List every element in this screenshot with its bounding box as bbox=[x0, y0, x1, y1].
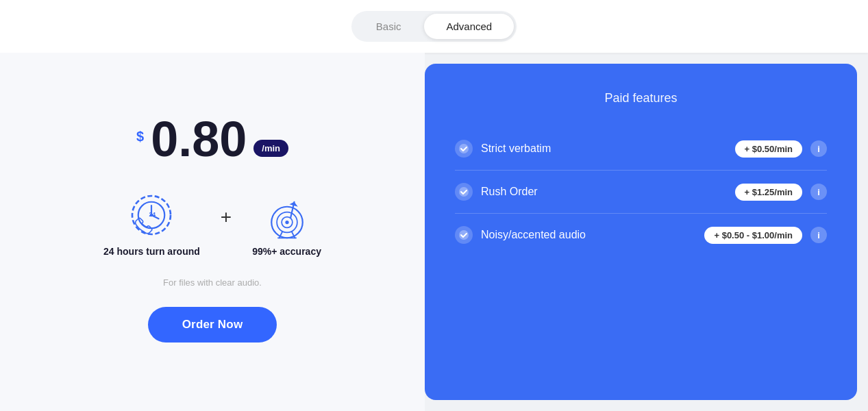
check-icon-noisy-audio bbox=[455, 226, 473, 244]
feature2-label: 99%+ accuracy bbox=[252, 246, 321, 257]
main-content: $ 0.80 /min bbox=[0, 53, 868, 411]
svg-text:24: 24 bbox=[149, 211, 156, 218]
feature-name-strict-verbatim: Strict verbatim bbox=[481, 142, 727, 155]
feature-row-noisy-audio: Noisy/accented audio + $0.50 - $1.00/min… bbox=[455, 214, 827, 256]
features-row: 24 24 hours turn around + bbox=[103, 191, 321, 257]
paid-features-title: Paid features bbox=[455, 91, 827, 105]
target-icon bbox=[263, 191, 311, 239]
tab-switcher: Basic Advanced bbox=[351, 11, 517, 42]
price-badge: /min bbox=[253, 140, 288, 157]
price-tag-noisy-audio: + $0.50 - $1.00/min bbox=[704, 227, 802, 244]
check-icon-strict-verbatim bbox=[455, 140, 473, 158]
price-number: 0.80 bbox=[151, 114, 247, 164]
left-panel: $ 0.80 /min bbox=[0, 53, 425, 411]
feature-name-rush-order: Rush Order bbox=[481, 186, 727, 198]
feature-row-rush-order: Rush Order + $1.25/min i bbox=[455, 171, 827, 214]
feature-turnaround: 24 24 hours turn around bbox=[103, 191, 200, 257]
clock-icon: 24 bbox=[127, 191, 175, 239]
feature-name-noisy-audio: Noisy/accented audio bbox=[481, 229, 696, 241]
price-dollar: $ bbox=[136, 129, 144, 145]
tab-advanced[interactable]: Advanced bbox=[424, 14, 514, 39]
price-tag-rush-order: + $1.25/min bbox=[735, 184, 802, 201]
tab-basic[interactable]: Basic bbox=[354, 14, 423, 39]
feature-row-strict-verbatim: Strict verbatim + $0.50/min i bbox=[455, 127, 827, 171]
price-block: $ 0.80 /min bbox=[136, 114, 288, 164]
feature1-label: 24 hours turn around bbox=[103, 246, 200, 257]
plus-sign: + bbox=[221, 206, 232, 228]
order-now-button[interactable]: Order Now bbox=[148, 307, 277, 342]
svg-point-9 bbox=[285, 221, 288, 224]
price-tag-strict-verbatim: + $0.50/min bbox=[735, 140, 802, 158]
info-icon-strict-verbatim[interactable]: i bbox=[810, 140, 827, 157]
right-panel: Paid features Strict verbatim + $0.50/mi… bbox=[425, 64, 857, 400]
info-icon-rush-order[interactable]: i bbox=[810, 184, 827, 200]
feature-accuracy: 99%+ accuracy bbox=[252, 191, 321, 257]
top-bar: Basic Advanced bbox=[0, 0, 868, 53]
check-icon-rush-order bbox=[455, 183, 473, 201]
info-icon-noisy-audio[interactable]: i bbox=[810, 227, 827, 243]
subtitle: For files with clear audio. bbox=[163, 277, 262, 288]
